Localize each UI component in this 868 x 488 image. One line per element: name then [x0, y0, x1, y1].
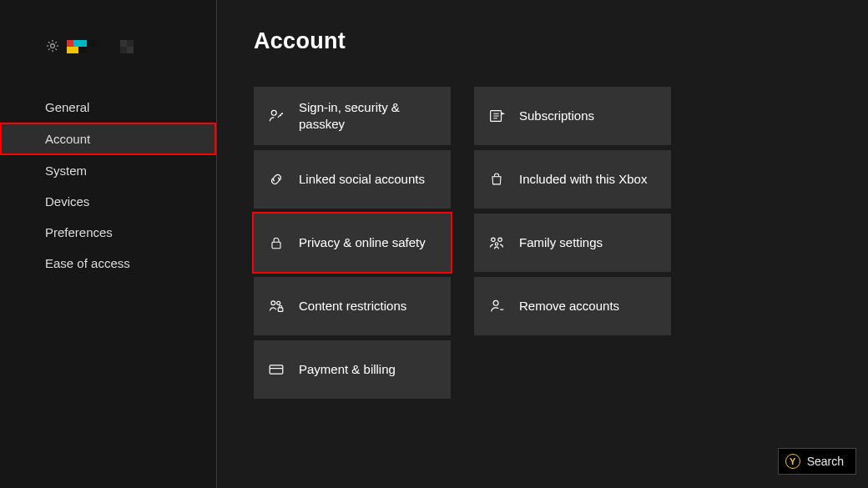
- bag-icon: [474, 170, 519, 189]
- tile-label: Sign-in, security & passkey: [299, 99, 451, 133]
- svg-rect-5: [278, 308, 283, 312]
- settings-main-panel: Account Sign-in, security & passkey Link…: [217, 0, 868, 488]
- y-button-icon: Y: [785, 454, 800, 469]
- tile-payment-billing[interactable]: Payment & billing: [254, 340, 451, 399]
- tile-column-2: Subscriptions Included with this Xbox Fa…: [474, 87, 671, 399]
- tile-label: Payment & billing: [299, 361, 406, 378]
- tile-label: Content restrictions: [299, 298, 416, 314]
- sidebar-item-label: Ease of access: [45, 256, 130, 270]
- tile-family-settings[interactable]: Family settings: [474, 214, 671, 272]
- page-title: Account: [254, 28, 346, 54]
- sidebar-item-preferences[interactable]: Preferences: [0, 217, 216, 248]
- gear-icon: [45, 38, 60, 53]
- tile-included-with-this-xbox[interactable]: Included with this Xbox: [474, 150, 671, 209]
- link-icon: [254, 170, 299, 189]
- svg-point-9: [498, 238, 502, 241]
- tile-column-1: Sign-in, security & passkey Linked socia…: [254, 87, 451, 399]
- sidebar-nav: General Account System Devices Preferenc…: [0, 92, 216, 279]
- family-icon: [474, 234, 519, 252]
- tile-subscriptions[interactable]: Subscriptions: [474, 87, 671, 145]
- settings-sidebar: General Account System Devices Preferenc…: [0, 0, 217, 488]
- tile-label: Privacy & online safety: [299, 234, 436, 251]
- sidebar-item-devices[interactable]: Devices: [0, 186, 216, 217]
- tile-label: Included with this Xbox: [519, 171, 657, 188]
- tile-content-restrictions[interactable]: Content restrictions: [254, 277, 451, 335]
- sidebar-item-general[interactable]: General: [0, 92, 216, 123]
- svg-point-1: [271, 110, 276, 115]
- sidebar-item-ease-of-access[interactable]: Ease of access: [0, 248, 216, 279]
- tile-label: Linked social accounts: [299, 171, 435, 188]
- svg-point-3: [271, 301, 275, 305]
- account-tile-grid: Sign-in, security & passkey Linked socia…: [254, 87, 671, 399]
- svg-rect-6: [270, 365, 283, 374]
- person-key-icon: [254, 107, 299, 125]
- tile-label: Remove accounts: [519, 298, 629, 314]
- list-icon: [474, 107, 519, 125]
- tile-privacy-online-safety[interactable]: Privacy & online safety: [252, 212, 452, 274]
- svg-point-4: [277, 301, 280, 304]
- card-icon: [254, 360, 299, 379]
- svg-point-0: [51, 44, 55, 48]
- profile-avatar-secondary: [120, 38, 142, 53]
- tile-label: Family settings: [519, 234, 613, 251]
- sidebar-item-system[interactable]: System: [0, 155, 216, 186]
- search-button[interactable]: Y Search: [778, 448, 856, 475]
- svg-point-10: [495, 243, 497, 245]
- svg-point-8: [492, 238, 495, 241]
- sidebar-item-account[interactable]: Account: [0, 123, 216, 155]
- sidebar-item-label: System: [45, 164, 87, 178]
- profile-avatar: [67, 38, 108, 53]
- tile-sign-in-security-passkey[interactable]: Sign-in, security & passkey: [254, 87, 451, 145]
- search-button-label: Search: [807, 455, 844, 468]
- sidebar-header: [0, 0, 216, 58]
- sidebar-item-label: General: [45, 100, 89, 114]
- tile-remove-accounts[interactable]: Remove accounts: [474, 277, 671, 335]
- tile-linked-social-accounts[interactable]: Linked social accounts: [254, 150, 451, 209]
- lock-icon: [254, 234, 299, 252]
- sidebar-item-label: Devices: [45, 194, 89, 209]
- tile-label: Subscriptions: [519, 108, 604, 124]
- sidebar-item-label: Account: [45, 132, 90, 146]
- person-remove-icon: [474, 297, 519, 315]
- svg-rect-2: [272, 242, 280, 249]
- people-lock-icon: [254, 297, 299, 315]
- svg-point-11: [493, 300, 498, 305]
- sidebar-item-label: Preferences: [45, 225, 113, 239]
